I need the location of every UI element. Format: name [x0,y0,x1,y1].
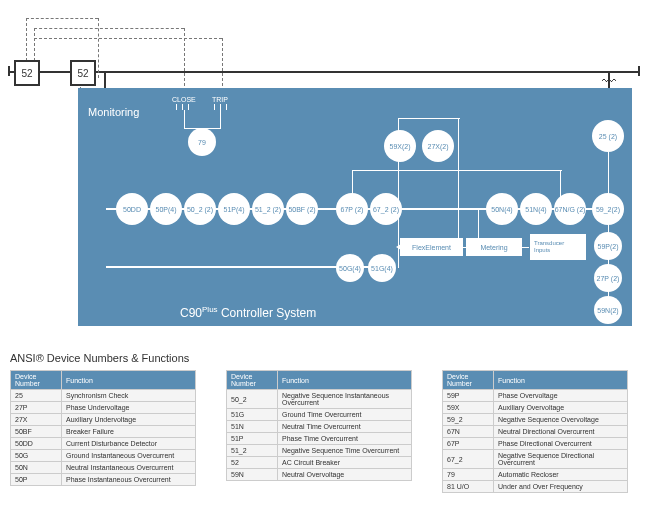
arrow-left-icon [396,244,401,250]
ansi-table-3: Device NumberFunction 59PPhase Overvolta… [442,370,628,493]
node-59n: 59N(2) [594,296,622,324]
node-67-2: 67_2 (2) [370,193,402,225]
node-50n: 50N(4) [486,193,518,225]
breaker-52-right: 52 [70,60,96,86]
monitoring-label: Monitoring [88,106,139,118]
node-50dd: 50DD [116,193,148,225]
tables-title: ANSI® Device Numbers & Functions [10,352,189,364]
node-51-2: 51_2 (2) [252,193,284,225]
node-67p: 67P (2) [336,193,368,225]
node-59p: 59P(2) [594,232,622,260]
node-51n: 51N(4) [520,193,552,225]
ansi-table-2: Device NumberFunction 50_2Negative Seque… [226,370,412,481]
node-67ng: 67N/G (2) [554,193,586,225]
node-79: 79 [188,128,216,156]
node-50-2: 50_2 (2) [184,193,216,225]
transducer-box: Transducer Inputs [530,234,586,260]
node-51g: 51G(4) [368,254,396,282]
ansi-table-1: Device NumberFunction 25Synchronism Chec… [10,370,196,486]
close-label: CLOSE [172,96,196,103]
node-50bf: 50BF (2) [286,193,318,225]
bus-line [8,71,640,73]
trip-label: TRIP [212,96,228,103]
node-59x: 59X(2) [384,130,416,162]
node-59-2: 59_2(2) [592,193,624,225]
breaker-52-left: 52 [14,60,40,86]
node-50g: 50G(4) [336,254,364,282]
flexelement-box: FlexElement [400,238,463,256]
node-27p: 27P (2) [594,264,622,292]
node-51p: 51P(4) [218,193,250,225]
node-50p: 50P(4) [150,193,182,225]
metering-box: Metering [466,238,522,256]
node-25: 25 (2) [592,120,624,152]
system-name: C90Plus Controller System [180,305,316,320]
node-27x: 27X(2) [422,130,454,162]
diagram-canvas: 52 52 ⏚ 〰 〰 Monitoring C90Plus Controlle… [0,0,648,505]
